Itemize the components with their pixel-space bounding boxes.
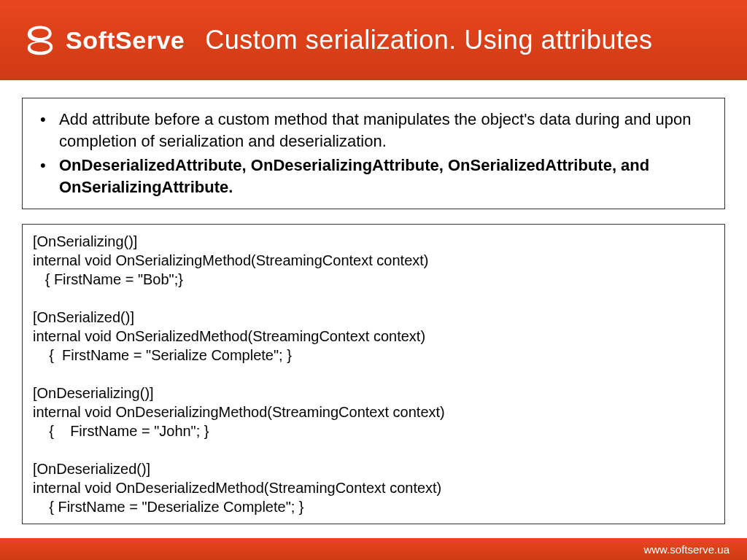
softserve-logo-icon — [22, 22, 58, 58]
code-snippet: [OnSerializing()] internal void OnSerial… — [33, 232, 714, 516]
slide-body: Add attribute before a custom method tha… — [0, 80, 747, 538]
bullet-text: OnDeserializedAttribute, OnDeserializing… — [59, 156, 649, 196]
brand-name: SoftServe — [66, 26, 185, 55]
slide: SoftServe Custom serialization. Using at… — [0, 0, 747, 560]
code-box: [OnSerializing()] internal void OnSerial… — [22, 224, 725, 524]
footer-bar: www.softserve.ua — [0, 538, 747, 560]
bullet-list: Add attribute before a custom method tha… — [33, 109, 714, 198]
bullet-text: Add attribute before a custom method tha… — [59, 110, 691, 150]
slide-title: Custom serialization. Using attributes — [205, 25, 652, 55]
bullet-item: OnDeserializedAttribute, OnDeserializing… — [33, 155, 714, 198]
header-bar: SoftServe Custom serialization. Using at… — [0, 0, 747, 80]
brand-logo: SoftServe — [22, 22, 185, 58]
bullet-item: Add attribute before a custom method tha… — [33, 109, 714, 152]
bullet-box: Add attribute before a custom method tha… — [22, 98, 725, 209]
footer-url: www.softserve.ua — [643, 543, 729, 556]
